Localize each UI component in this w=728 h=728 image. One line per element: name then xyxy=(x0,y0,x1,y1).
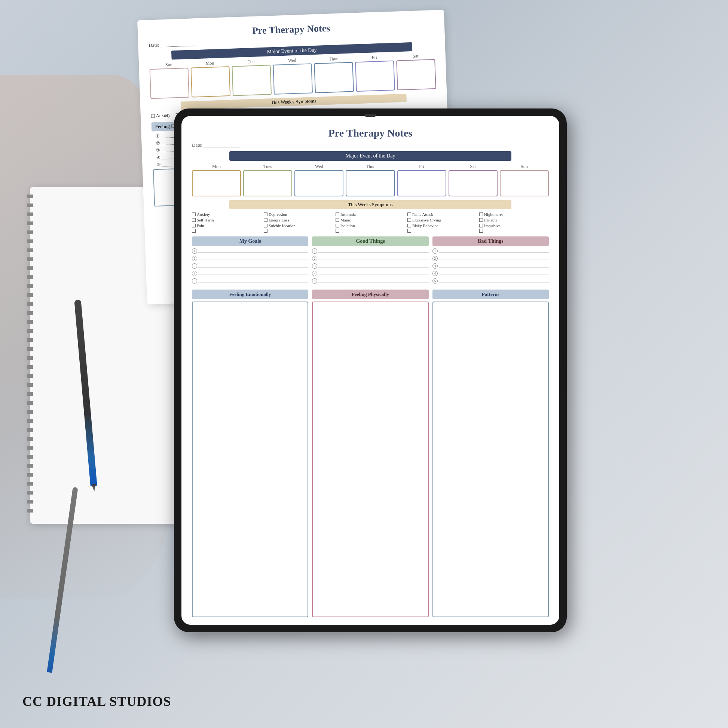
tab-day-sat: Sat xyxy=(448,164,497,196)
symptom-blank-1 xyxy=(192,229,262,233)
bad-things-column: Bad Things 1 2 3 4 5 xyxy=(433,236,549,286)
goals-column: My Goals 1 2 3 4 5 xyxy=(192,236,308,286)
tablet-symptoms-grid: Anxiety Depression Insomnia Panic Attack… xyxy=(192,212,549,233)
symptom-risky-behavior: Risky Behavior xyxy=(407,223,477,228)
day-box-tue xyxy=(232,65,272,96)
symptom-self-harm: Self Harm xyxy=(192,218,262,222)
brand-label: CC DIGITAL STUDIOS xyxy=(23,694,171,709)
good-things-header: Good Things xyxy=(312,236,428,246)
patterns-section: Patterns xyxy=(433,289,549,617)
tablet-doc-title: Pre Therapy Notes xyxy=(192,127,549,139)
tab-day-fri: Fri xyxy=(397,164,446,196)
symptom-blank-3 xyxy=(336,229,405,233)
tablet-weeks-symptoms: This Weeks Symptoms xyxy=(229,200,511,209)
symptom-energy-loss: Energy Loss xyxy=(264,218,333,222)
patterns-header: Patterns xyxy=(433,289,549,299)
symptom-suicide-ideation: Suicide Ideation xyxy=(264,223,333,228)
bad-item-1: 1 xyxy=(433,248,549,254)
feeling-emotionally-section: Feeling Emotionally xyxy=(192,289,308,617)
three-column-section: My Goals 1 2 3 4 5 Good Things 1 2 3 4 5 xyxy=(192,236,549,286)
tab-day-wed: Wed xyxy=(294,164,343,196)
tab-day-box-mon xyxy=(192,170,241,196)
feeling-physically-box xyxy=(312,301,428,617)
symptom-anxiety: Anxiety xyxy=(192,212,262,217)
feeling-physically-header: Feeling Physically xyxy=(312,289,428,299)
symptom-irritable: Irritable xyxy=(479,218,549,222)
good-item-4: 4 xyxy=(312,271,428,276)
bottom-three-section: Feeling Emotionally Feeling Physically P… xyxy=(192,289,549,617)
tablet-screen: Pre Therapy Notes Date: _______________ … xyxy=(182,116,559,625)
day-col-fri: Fri xyxy=(355,54,395,92)
day-col-tue: Tue xyxy=(232,58,272,96)
tab-day-box-tues xyxy=(243,170,292,196)
day-col-sun: Sun xyxy=(149,61,189,99)
good-item-3: 3 xyxy=(312,263,428,269)
day-box-mon xyxy=(190,66,231,98)
bad-things-items: 1 2 3 4 5 xyxy=(433,248,549,284)
tab-day-box-fri xyxy=(397,170,446,196)
notebook-spiral xyxy=(27,194,33,516)
patterns-box xyxy=(433,301,549,617)
feeling-emotionally-box xyxy=(192,301,308,617)
bad-item-4: 4 xyxy=(433,271,549,276)
tablet-date-line: Date: _______________ xyxy=(192,142,549,148)
feeling-physically-section: Feeling Physically xyxy=(312,289,428,617)
tab-day-thur: Thur xyxy=(346,164,395,196)
tab-day-tues: Tues xyxy=(243,164,292,196)
good-things-items: 1 2 3 4 5 xyxy=(312,248,428,284)
symptom-insomnia: Insomnia xyxy=(336,212,405,217)
symptom-impulsive: Impulsive xyxy=(479,223,549,228)
tab-day-box-sat xyxy=(448,170,497,196)
day-col-thu: Thur xyxy=(314,56,354,93)
tab-day-box-sun xyxy=(500,170,549,196)
good-item-5: 5 xyxy=(312,278,428,284)
tablet-camera xyxy=(365,114,376,117)
bad-item-5: 5 xyxy=(433,278,549,284)
good-item-1: 1 xyxy=(312,248,428,254)
symptom-manic: Manic xyxy=(336,218,405,222)
goals-header: My Goals xyxy=(192,236,308,246)
symptom-panic-attack: Panic Attack xyxy=(407,212,477,217)
bad-things-header: Bad Things xyxy=(433,236,549,246)
symptom-blank-5 xyxy=(479,229,549,233)
symptom-isolation: Isolation xyxy=(336,223,405,228)
cb-anxiety: Anxiety xyxy=(151,113,171,119)
day-box-wed xyxy=(273,63,313,95)
bad-item-2: 2 xyxy=(433,256,549,261)
goals-item-5: 5 xyxy=(192,278,308,284)
tab-day-sun: Sun xyxy=(500,164,549,196)
tablet-major-event-bar: Major Event of the Day xyxy=(229,151,511,161)
day-box-sat xyxy=(396,59,436,90)
day-box-sun xyxy=(150,68,190,99)
symptom-blank-4 xyxy=(407,229,477,233)
goals-item-2: 2 xyxy=(192,256,308,261)
bg-days-row: Sun Mon Tue Wed Thur Fri Sat xyxy=(149,53,436,99)
good-item-2: 2 xyxy=(312,256,428,261)
goals-item-4: 4 xyxy=(192,271,308,276)
goals-items: 1 2 3 4 5 xyxy=(192,248,308,284)
feeling-emotionally-header: Feeling Emotionally xyxy=(192,289,308,299)
tab-day-mon: Mon xyxy=(192,164,241,196)
day-col-wed: Wed xyxy=(273,57,313,95)
day-box-fri xyxy=(355,61,395,92)
bad-item-3: 3 xyxy=(433,263,549,269)
symptom-blank-2 xyxy=(264,229,333,233)
tab-day-box-wed xyxy=(294,170,343,196)
symptom-pain: Pain xyxy=(192,223,262,228)
goals-item-3: 3 xyxy=(192,263,308,269)
tablet-days-row: Mon Tues Wed Thur Fri Sat xyxy=(192,164,549,196)
day-col-sat: Sat xyxy=(396,53,436,90)
symptom-excessive-crying: Excessive Crying xyxy=(407,218,477,222)
day-col-mon: Mon xyxy=(190,60,231,98)
tab-day-box-thur xyxy=(346,170,395,196)
symptom-nightmares: Nightmares xyxy=(479,212,549,217)
tablet-device: Pre Therapy Notes Date: _______________ … xyxy=(174,109,567,632)
day-box-thu xyxy=(314,62,354,93)
good-things-column: Good Things 1 2 3 4 5 xyxy=(312,236,428,286)
symptom-depression: Depression xyxy=(264,212,333,217)
goals-item-1: 1 xyxy=(192,248,308,254)
